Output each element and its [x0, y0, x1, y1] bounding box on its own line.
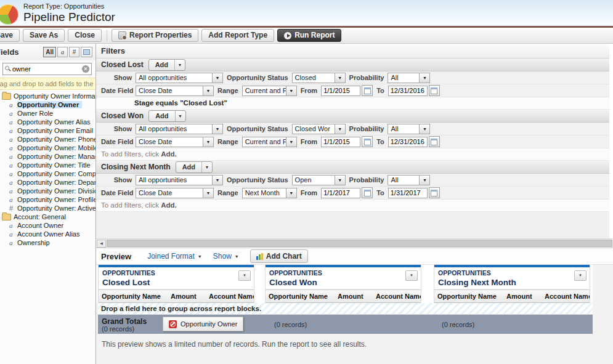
bar-chart-icon	[256, 253, 263, 260]
scrollbar-thumb[interactable]	[107, 240, 612, 247]
field-item[interactable]: a Opportunity Owner: Manager	[0, 152, 95, 161]
from-date-input[interactable]	[321, 137, 360, 147]
calendar-button[interactable]	[362, 136, 373, 147]
close-button[interactable]: Close	[68, 29, 102, 42]
format-menu[interactable]: Joined Format	[147, 252, 195, 261]
block-menu-button[interactable]: ▼	[405, 270, 418, 281]
filter-row: Show All opportunities ▼ Opportunity Sta…	[96, 174, 609, 187]
field-group-opportunity-owner[interactable]: Opportunity Owner Information	[0, 92, 95, 100]
range-select[interactable]: Current and Pr ▼	[242, 86, 297, 96]
search-icon	[5, 66, 11, 72]
calendar-button[interactable]	[362, 85, 373, 96]
chevron-down-icon[interactable]: ▼	[198, 254, 202, 259]
field-item[interactable]: a Opportunity Owner: Mobile Phone	[0, 144, 95, 152]
chevron-down-icon: ▼	[335, 124, 345, 134]
block-menu-button[interactable]: ▼	[574, 270, 587, 281]
date-field-select[interactable]: Close Date ▼	[136, 137, 214, 147]
add-filter-button[interactable]: Add ▼	[148, 59, 185, 71]
filter-text-fields-button[interactable]: a	[57, 47, 68, 57]
calendar-button[interactable]	[362, 187, 373, 198]
from-date-input[interactable]	[321, 86, 360, 96]
group-drop-zone[interactable]: Drop a field here to group across report…	[98, 303, 593, 315]
app-header: Report Type: Opportunities Pipeline Pred…	[0, 0, 613, 26]
probability-select[interactable]: All ▼	[388, 175, 430, 185]
column-header[interactable]: Amount	[168, 290, 206, 302]
show-select[interactable]: All opportunities ▼	[136, 175, 223, 185]
field-item[interactable]: a Opportunity Owner: Title	[0, 161, 95, 169]
column-header[interactable]: Account Name	[206, 290, 254, 302]
field-group-account-general[interactable]: Account: General	[0, 212, 95, 221]
add-filter-button[interactable]: Add ▼	[148, 110, 185, 122]
preview-blocks: OPPORTUNITIES Closed Lost ▼ Opportunity …	[96, 265, 593, 303]
calendar-icon	[431, 190, 437, 196]
filter-number-fields-button[interactable]: #	[69, 47, 79, 57]
text-field-icon: a	[9, 110, 14, 117]
opportunity-status-select[interactable]: Closed Wor ▼	[292, 124, 346, 134]
chevron-down-icon: ▼	[212, 73, 222, 83]
filter-date-fields-button[interactable]	[81, 47, 92, 57]
probability-select[interactable]: All ▼	[388, 124, 430, 134]
field-item[interactable]: a Opportunity Owner	[0, 100, 95, 109]
date-field-select[interactable]: Close Date ▼	[136, 188, 214, 198]
chevron-down-icon[interactable]: ▼	[174, 60, 185, 70]
field-item[interactable]: a Ownership	[0, 238, 95, 247]
field-item[interactable]: a Opportunity Owner: Department	[0, 178, 95, 187]
field-item[interactable]: a Opportunity Owner Alias	[0, 118, 95, 126]
column-header[interactable]: Opportunity Name	[434, 290, 503, 302]
dragged-field-pill[interactable]: Opportunity Owner	[163, 317, 243, 331]
calendar-button[interactable]	[429, 85, 440, 96]
date-field-select[interactable]: Close Date ▼	[136, 86, 214, 96]
to-date-input[interactable]	[388, 137, 428, 147]
field-item[interactable]: # Opportunity Owner: Active	[0, 204, 95, 212]
field-search-input[interactable]	[11, 65, 82, 73]
column-header-row: Opportunity Name Amount Account Name	[434, 289, 590, 303]
report-properties-icon	[118, 31, 126, 39]
filter-all-button[interactable]: All	[43, 47, 56, 57]
field-item[interactable]: a Owner Role	[0, 109, 95, 118]
range-select[interactable]: Current and Pr ▼	[242, 137, 297, 147]
range-select[interactable]: Next Month ▼	[242, 188, 297, 198]
add-chart-button[interactable]: Add Chart	[250, 249, 308, 263]
chevron-down-icon[interactable]: ▼	[235, 254, 239, 259]
opportunity-status-select[interactable]: Closed ▼	[292, 73, 346, 83]
column-header[interactable]: Amount	[335, 290, 373, 302]
report-properties-button[interactable]: Report Properties	[112, 29, 198, 42]
probability-select[interactable]: All ▼	[388, 73, 430, 83]
opportunity-status-select[interactable]: Open ▼	[292, 175, 346, 185]
show-select[interactable]: All opportunities ▼	[136, 124, 223, 134]
add-filter-button[interactable]: Add ▼	[176, 161, 213, 173]
column-header[interactable]: Amount	[503, 290, 542, 302]
column-header[interactable]: Account Name	[373, 290, 421, 302]
grand-totals-bar: Grand Totals (0 records) Opportunity Own…	[98, 315, 593, 334]
to-date-input[interactable]	[388, 188, 428, 198]
save-as-button[interactable]: Save As	[23, 29, 65, 42]
clear-search-icon[interactable]: ✕	[82, 65, 89, 73]
filter-row: Show All opportunities ▼ Opportunity Sta…	[96, 123, 609, 135]
block-menu-button[interactable]: ▼	[238, 270, 251, 281]
show-menu[interactable]: Show	[213, 252, 232, 261]
scroll-left-icon[interactable]: ◀	[97, 240, 106, 248]
show-select[interactable]: All opportunities ▼	[136, 73, 223, 83]
calendar-button[interactable]	[429, 187, 440, 198]
field-item[interactable]: a Account Owner	[0, 221, 95, 230]
from-date-input[interactable]	[321, 188, 360, 198]
column-header[interactable]: Opportunity Name	[99, 290, 168, 302]
calendar-button[interactable]	[429, 136, 440, 147]
field-item[interactable]: a Opportunity Owner: Profile	[0, 195, 95, 204]
chevron-down-icon[interactable]: ▼	[201, 162, 212, 172]
chevron-down-icon[interactable]: ▼	[175, 111, 185, 121]
field-item[interactable]: a Opportunity Owner: Company	[0, 169, 95, 178]
column-header[interactable]: Opportunity Name	[266, 290, 335, 302]
field-item[interactable]: a Account Owner Alias	[0, 230, 95, 238]
field-item[interactable]: a Opportunity Owner Email	[0, 126, 95, 135]
field-item[interactable]: a Opportunity Owner: Division	[0, 187, 95, 195]
horizontal-scrollbar[interactable]: ◀	[96, 238, 613, 248]
calendar-icon	[431, 139, 437, 145]
run-report-button[interactable]: Run Report	[277, 29, 341, 42]
save-button[interactable]: Save	[0, 29, 20, 42]
add-report-type-button[interactable]: Add Report Type	[201, 29, 274, 42]
to-date-input[interactable]	[388, 86, 428, 96]
fields-panel-title: Fields	[0, 47, 19, 57]
column-header[interactable]: Account Name	[542, 290, 590, 302]
field-item[interactable]: a Opportunity Owner: Phone	[0, 135, 95, 144]
